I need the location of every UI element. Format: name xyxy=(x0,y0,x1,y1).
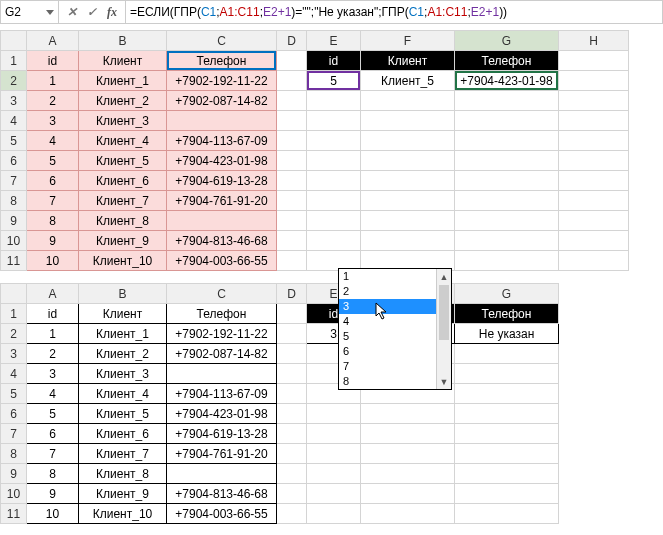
cell[interactable]: 3 xyxy=(27,111,79,131)
cell[interactable] xyxy=(277,191,307,211)
cell[interactable]: 8 xyxy=(27,211,79,231)
scroll-up-icon[interactable]: ▲ xyxy=(437,269,451,284)
cell[interactable] xyxy=(277,131,307,151)
cell[interactable]: Клиент_9 xyxy=(79,231,167,251)
cell[interactable]: +7904-761-91-20 xyxy=(167,444,277,464)
cell[interactable] xyxy=(277,404,307,424)
cell[interactable] xyxy=(455,384,559,404)
cell[interactable] xyxy=(277,71,307,91)
cell[interactable]: 2 xyxy=(27,344,79,364)
cell[interactable] xyxy=(361,131,455,151)
cell[interactable] xyxy=(277,151,307,171)
cell[interactable]: Телефон xyxy=(167,304,277,324)
cell[interactable] xyxy=(455,211,559,231)
cell[interactable]: Клиент xyxy=(361,51,455,71)
cell[interactable] xyxy=(307,151,361,171)
col-header[interactable]: B xyxy=(79,31,167,51)
row-header[interactable]: 6 xyxy=(1,404,27,424)
cell[interactable] xyxy=(277,111,307,131)
row-header[interactable]: 7 xyxy=(1,171,27,191)
cell[interactable]: 7 xyxy=(27,191,79,211)
cell[interactable]: 3 xyxy=(27,364,79,384)
row-header[interactable]: 4 xyxy=(1,111,27,131)
col-header[interactable]: C xyxy=(167,31,277,51)
cell[interactable]: Клиент_6 xyxy=(79,424,167,444)
cell[interactable] xyxy=(559,51,629,71)
row-header[interactable]: 1 xyxy=(1,304,27,324)
cell[interactable] xyxy=(307,404,361,424)
cell[interactable]: 10 xyxy=(27,504,79,524)
row-header[interactable]: 11 xyxy=(1,251,27,271)
cell[interactable]: 6 xyxy=(27,424,79,444)
cell[interactable] xyxy=(455,191,559,211)
cell-active[interactable]: +7904-423-01-98 xyxy=(455,71,559,91)
col-header[interactable]: C xyxy=(167,284,277,304)
cell[interactable] xyxy=(455,111,559,131)
row-header[interactable]: 2 xyxy=(1,71,27,91)
cell-reference-box[interactable]: G2 xyxy=(1,1,59,23)
row-header[interactable]: 10 xyxy=(1,231,27,251)
cell[interactable]: +7902-192-11-22 xyxy=(167,324,277,344)
fx-icon[interactable]: fx xyxy=(107,5,117,20)
cell[interactable]: Клиент_2 xyxy=(79,344,167,364)
dropdown-item[interactable]: 2 xyxy=(339,284,451,299)
cell[interactable]: +7904-113-67-09 xyxy=(167,384,277,404)
cell[interactable]: id xyxy=(27,304,79,324)
cell[interactable] xyxy=(455,171,559,191)
cell[interactable]: +7904-619-13-28 xyxy=(167,424,277,444)
cell[interactable]: Клиент_2 xyxy=(79,91,167,111)
cell[interactable] xyxy=(277,51,307,71)
cell[interactable]: id xyxy=(27,51,79,71)
cell[interactable]: 6 xyxy=(27,171,79,191)
dropdown-item[interactable]: 1 xyxy=(339,269,451,284)
col-header[interactable]: B xyxy=(79,284,167,304)
cell[interactable] xyxy=(277,304,307,324)
cell[interactable] xyxy=(559,151,629,171)
cell[interactable] xyxy=(361,91,455,111)
cell[interactable]: +7904-423-01-98 xyxy=(167,404,277,424)
cell[interactable] xyxy=(361,464,455,484)
cell[interactable]: 9 xyxy=(27,484,79,504)
cell[interactable] xyxy=(277,444,307,464)
row-header[interactable]: 9 xyxy=(1,211,27,231)
cell[interactable] xyxy=(361,111,455,131)
row-header[interactable]: 8 xyxy=(1,444,27,464)
cell[interactable] xyxy=(277,324,307,344)
scroll-thumb[interactable] xyxy=(439,285,449,340)
cell[interactable]: Клиент_5 xyxy=(79,151,167,171)
cell[interactable] xyxy=(307,464,361,484)
cell[interactable] xyxy=(455,151,559,171)
row-header[interactable]: 4 xyxy=(1,364,27,384)
cell[interactable] xyxy=(307,504,361,524)
cell[interactable] xyxy=(277,344,307,364)
cell[interactable] xyxy=(307,111,361,131)
cell[interactable]: Клиент_3 xyxy=(79,364,167,384)
cell[interactable] xyxy=(455,364,559,384)
formula-input[interactable]: =ЕСЛИ(ГПР(C1;A1:C11;E2+1)="";"Не указан"… xyxy=(126,5,511,19)
cell[interactable] xyxy=(361,191,455,211)
col-header[interactable]: G xyxy=(455,284,559,304)
cell[interactable]: Клиент_9 xyxy=(79,484,167,504)
cell[interactable] xyxy=(167,211,277,231)
cell[interactable] xyxy=(455,344,559,364)
cell[interactable] xyxy=(307,424,361,444)
cell[interactable] xyxy=(307,484,361,504)
cell[interactable]: 1 xyxy=(27,71,79,91)
row-header[interactable]: 7 xyxy=(1,424,27,444)
col-header[interactable]: A xyxy=(27,31,79,51)
cell[interactable]: 2 xyxy=(27,91,79,111)
cell[interactable] xyxy=(277,364,307,384)
cell[interactable]: Клиент_8 xyxy=(79,211,167,231)
accept-icon[interactable]: ✓ xyxy=(87,5,97,19)
cell-ref-dropdown-icon[interactable] xyxy=(46,10,54,15)
cell[interactable] xyxy=(307,91,361,111)
scroll-down-icon[interactable]: ▼ xyxy=(437,374,451,389)
cell[interactable]: +7904-761-91-20 xyxy=(167,191,277,211)
cell[interactable]: 4 xyxy=(27,384,79,404)
cell[interactable] xyxy=(361,444,455,464)
cell[interactable]: 7 xyxy=(27,444,79,464)
dropdown-item[interactable]: 7 xyxy=(339,359,451,374)
select-all-corner[interactable] xyxy=(1,31,27,51)
cell[interactable]: +7904-003-66-55 xyxy=(167,504,277,524)
cell[interactable] xyxy=(361,504,455,524)
